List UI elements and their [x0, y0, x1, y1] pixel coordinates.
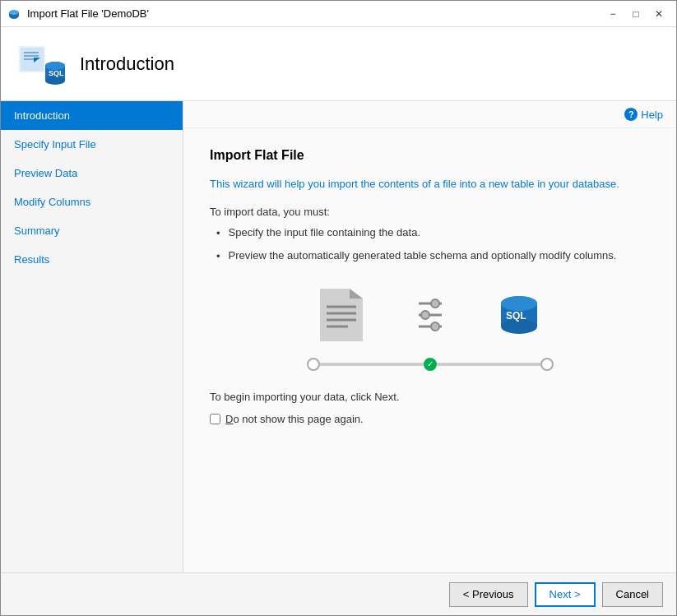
svg-point-30: [501, 296, 537, 311]
sidebar: Introduction Specify Input File Preview …: [1, 101, 183, 572]
dont-show-checkbox[interactable]: [210, 414, 220, 424]
bullet-dot-1: •: [216, 227, 220, 239]
bottom-text: To begin importing your data, click Next…: [210, 391, 650, 403]
main-window: → Import Flat File 'DemoDB' − □ ✕: [0, 0, 677, 616]
file-icon: [320, 289, 363, 341]
check-mark: ✓: [427, 359, 434, 368]
svg-marker-16: [350, 289, 363, 299]
bullet-dot-2: •: [216, 250, 220, 262]
help-label: Help: [641, 109, 663, 121]
header-icon: SQL: [17, 39, 67, 89]
bullet-text-2: Preview the automatically generated tabl…: [229, 249, 617, 262]
content-header: ? Help: [183, 101, 676, 128]
main-area: Introduction Specify Input File Preview …: [1, 101, 676, 572]
next-button[interactable]: Next >: [535, 582, 596, 607]
app-icon: →: [7, 7, 21, 21]
bullet-text-1: Specify the input file containing the da…: [229, 226, 420, 239]
svg-point-25: [421, 311, 429, 319]
sidebar-item-results[interactable]: Results: [1, 245, 183, 274]
page-title: Introduction: [80, 53, 174, 75]
diagram-area: SQL ✓: [210, 289, 650, 371]
title-bar: → Import Flat File 'DemoDB' − □ ✕: [1, 1, 676, 27]
svg-point-26: [431, 322, 439, 331]
sidebar-item-modify-columns[interactable]: Modify Columns: [1, 188, 183, 216]
diagram-icons: SQL: [320, 289, 540, 341]
minimize-button[interactable]: −: [602, 3, 624, 25]
svg-text:SQL: SQL: [49, 69, 64, 77]
progress-track-left: [320, 363, 424, 366]
previous-button[interactable]: < Previous: [449, 582, 528, 607]
help-link[interactable]: ? Help: [624, 108, 663, 121]
sql-db-icon: SQL: [498, 292, 540, 338]
section-title: Import Flat File: [210, 148, 650, 163]
footer: < Previous Next > Cancel: [1, 572, 676, 615]
progress-dot-start: [307, 358, 320, 371]
progress-dot-middle: ✓: [424, 358, 437, 371]
sidebar-item-specify-input-file[interactable]: Specify Input File: [1, 130, 183, 159]
checkbox-label[interactable]: Do not show this page again.: [225, 413, 364, 425]
settings-icon: [412, 294, 448, 336]
sidebar-item-preview-data[interactable]: Preview Data: [1, 159, 183, 188]
bullet-item-1: • Specify the input file containing the …: [216, 226, 650, 239]
must-label: To import data, you must:: [210, 206, 650, 218]
title-bar-controls: − □ ✕: [602, 3, 670, 25]
intro-text: This wizard will help you import the con…: [210, 176, 650, 192]
title-bar-left: → Import Flat File 'DemoDB': [7, 7, 149, 21]
maximize-button[interactable]: □: [625, 3, 647, 25]
window-title: Import Flat File 'DemoDB': [27, 7, 149, 20]
progress-line: ✓: [307, 358, 554, 371]
close-button[interactable]: ✕: [648, 3, 670, 25]
help-icon: ?: [624, 108, 638, 121]
svg-text:→: →: [12, 11, 16, 16]
svg-point-24: [431, 299, 439, 308]
progress-track-right: [437, 363, 540, 366]
svg-point-12: [45, 76, 65, 85]
sidebar-item-summary[interactable]: Summary: [1, 216, 183, 245]
content-body: Import Flat File This wizard will help y…: [183, 128, 676, 572]
header-area: SQL Introduction: [1, 27, 676, 101]
checkbox-row: Do not show this page again.: [210, 413, 650, 425]
cancel-button[interactable]: Cancel: [602, 582, 663, 607]
svg-text:SQL: SQL: [506, 310, 526, 322]
sidebar-item-introduction[interactable]: Introduction: [1, 101, 183, 130]
content-area: ? Help Import Flat File This wizard will…: [183, 101, 676, 572]
bullet-list: • Specify the input file containing the …: [216, 226, 650, 262]
database-icon: SQL: [17, 39, 67, 89]
bullet-item-2: • Preview the automatically generated ta…: [216, 249, 650, 262]
progress-dot-end: [540, 358, 554, 371]
